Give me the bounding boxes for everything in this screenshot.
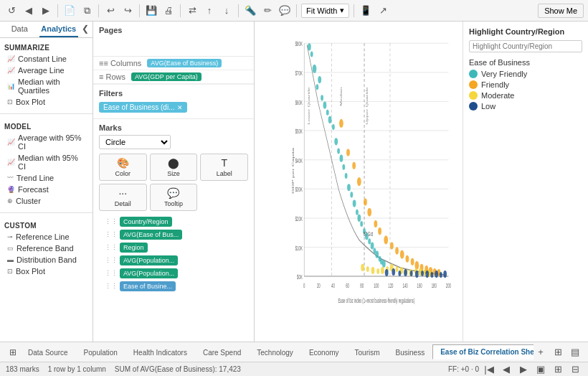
grid-view-btn[interactable]: ⊞ <box>551 345 565 359</box>
svg-point-54 <box>353 200 356 207</box>
sidebar-item-ref-band[interactable]: ▭ Reference Band <box>4 243 88 254</box>
sidebar-collapse-btn[interactable]: ❮ <box>78 22 93 36</box>
sidebar-item-trend-line[interactable]: 〰 Trend Line <box>4 172 88 184</box>
svg-point-45 <box>328 116 332 123</box>
view-details-btn[interactable]: ⊟ <box>568 362 582 377</box>
sidebar-item-dist-band[interactable]: ▬ Distribution Band <box>4 254 88 265</box>
toolbar-duplicate-btn[interactable]: ⧉ <box>80 4 94 18</box>
sidebar-item-box-plot-s[interactable]: ⊡ Box Plot <box>4 96 88 108</box>
new-sheet-btn[interactable]: + <box>534 345 548 359</box>
fit-width-chevron: ▾ <box>340 6 344 15</box>
svg-text:Upper Quartile: Upper Quartile <box>366 87 369 125</box>
marks-detail-btn[interactable]: ··· Detail <box>99 184 147 211</box>
toolbar-swap-btn[interactable]: ⇄ <box>185 4 199 18</box>
pages-section: Pages <box>93 22 254 57</box>
columns-label: ≡≡ Columns <box>99 59 141 67</box>
legend-item-low[interactable]: Low <box>469 102 582 111</box>
nav-next-btn[interactable]: ▶ <box>516 362 531 377</box>
marks-label-btn[interactable]: T Label <box>200 154 248 181</box>
tab-health-indicators[interactable]: Health Indicators <box>125 345 195 359</box>
svg-point-106 <box>410 271 413 276</box>
tooltip-label: Tooltip <box>164 200 183 207</box>
tab-business[interactable]: Business <box>388 345 433 359</box>
toolbar-annotate-btn[interactable]: ✏ <box>260 4 275 18</box>
marks-type-select[interactable]: Circle Square Bar Line Area <box>99 135 171 149</box>
toolbar-print-btn[interactable]: 🖨 <box>161 4 176 18</box>
columns-tag[interactable]: AVG(Ease of Business) <box>147 59 222 67</box>
box-plot-c-icon: ⊡ <box>7 268 13 275</box>
tab-data-source[interactable]: Data Source <box>20 345 76 359</box>
sidebar-item-cluster[interactable]: ⊕ Cluster <box>4 195 88 207</box>
marks-size-btn[interactable]: ⬤ Size <box>150 154 198 181</box>
toolbar-undo-btn[interactable]: ↩ <box>103 4 118 18</box>
field-region[interactable]: Region <box>120 243 148 253</box>
film-strip-btn[interactable]: ▤ <box>568 345 582 359</box>
legend-title: Highlight Country/Region <box>469 27 582 36</box>
svg-point-103 <box>392 268 395 276</box>
field-ease-bus[interactable]: AVG(Ease of Bus... <box>120 230 182 240</box>
view-grid-btn[interactable]: ⊞ <box>551 362 565 377</box>
marks-tooltip-btn[interactable]: 💬 Tooltip <box>150 184 198 211</box>
legend-item-moderate[interactable]: Moderate <box>469 91 582 100</box>
svg-text:160: 160 <box>417 283 422 290</box>
nav-prev-btn[interactable]: ◀ <box>499 362 513 377</box>
median-ci-icon: 📈 <box>7 159 15 166</box>
field-ease-biz[interactable]: Ease of Busine... <box>120 281 176 291</box>
field-country-region[interactable]: Country/Region <box>120 217 172 227</box>
tab-technology[interactable]: Technology <box>249 345 301 359</box>
sidebar-item-ref-line[interactable]: ⊸ Reference Line <box>4 231 88 243</box>
sidebar-item-forecast[interactable]: 🔮 Forecast <box>4 184 88 195</box>
legend-search-input[interactable] <box>469 40 582 52</box>
field-pop1[interactable]: AVG(Population... <box>120 255 178 265</box>
toolbar-sort-desc-btn[interactable]: ↓ <box>219 4 234 18</box>
field-drag-icon3: ⋮⋮ <box>105 244 118 251</box>
marks-color-btn[interactable]: 🎨 Color <box>99 154 147 181</box>
svg-point-108 <box>421 271 424 276</box>
toolbar-new-sheet-btn[interactable]: 📄 <box>62 4 77 18</box>
sidebar-item-average-line[interactable]: 📈 Average Line <box>4 65 88 76</box>
toolbar-share-btn[interactable]: ↗ <box>376 4 390 18</box>
field-country-label: Country/Region <box>123 218 169 225</box>
filter-close-icon[interactable]: ✕ <box>177 104 183 111</box>
dist-band-label: Distribution Band <box>16 255 77 264</box>
sidebar-divider1 <box>0 113 93 114</box>
rows-tag[interactable]: AVG(GDP per Capita) <box>131 72 201 81</box>
show-me-button[interactable]: Show Me <box>538 4 584 18</box>
sidebar-item-constant-line[interactable]: 📈 Constant Line <box>4 53 88 65</box>
sidebar-item-median-ci[interactable]: 📈 Median with 95% CI <box>4 152 88 172</box>
toolbar-sort-asc-btn[interactable]: ↑ <box>202 4 217 18</box>
tab-population[interactable]: Population <box>76 345 125 359</box>
toolbar-highlight-btn[interactable]: 🔦 <box>243 4 257 18</box>
tab-economy[interactable]: Economy <box>301 345 347 359</box>
svg-point-75 <box>384 235 388 244</box>
nav-first-btn[interactable]: |◀ <box>482 362 496 377</box>
tab-analytics[interactable]: Analytics <box>39 22 79 37</box>
main-area: Data Analytics ❮ Summarize 📈 Constant Li… <box>0 22 588 342</box>
custom-title: Custom <box>4 219 88 231</box>
sidebar-item-median-quartiles[interactable]: 📊 Median with Quartiles <box>4 76 88 96</box>
filter-ease-of-business[interactable]: Ease of Business (di... ✕ <box>99 102 187 113</box>
legend-item-friendly[interactable]: Friendly <box>469 80 582 89</box>
tab-tourism[interactable]: Tourism <box>347 345 388 359</box>
toolbar-tooltip-btn[interactable]: 💬 <box>278 4 292 18</box>
tab-data[interactable]: Data <box>0 22 39 37</box>
toolbar-redo-btn[interactable]: ↪ <box>120 4 135 18</box>
toolbar-forward-btn[interactable]: ▶ <box>39 4 53 18</box>
legend-color-moderate <box>469 91 478 100</box>
toolbar-save-btn[interactable]: 💾 <box>144 4 158 18</box>
box-plot-s-icon: ⊡ <box>7 98 13 105</box>
sidebar-item-avg-ci[interactable]: 📈 Average with 95% CI <box>4 132 88 152</box>
toolbar-refresh-btn[interactable]: ↺ <box>4 4 19 18</box>
sidebar-item-box-plot-c[interactable]: ⊡ Box Plot <box>4 265 88 277</box>
data-source-icon[interactable]: ⊞ <box>6 345 20 359</box>
fit-width-dropdown[interactable]: Fit Width ▾ <box>301 4 349 18</box>
legend-item-very-friendly[interactable]: Very Friendly <box>469 70 582 78</box>
tab-care-spend[interactable]: Care Spend <box>195 345 249 359</box>
svg-text:60: 60 <box>346 283 349 290</box>
view-single-btn[interactable]: ▣ <box>534 362 548 377</box>
tab-ease-of-biz[interactable]: Ease of Biz Correlation Sheet <box>432 344 534 359</box>
toolbar-device-btn[interactable]: 📱 <box>359 4 373 18</box>
field-pop2[interactable]: AVG(Population... <box>120 268 178 278</box>
toolbar-back-btn[interactable]: ◀ <box>22 4 36 18</box>
trend-line-icon: 〰 <box>7 174 14 182</box>
